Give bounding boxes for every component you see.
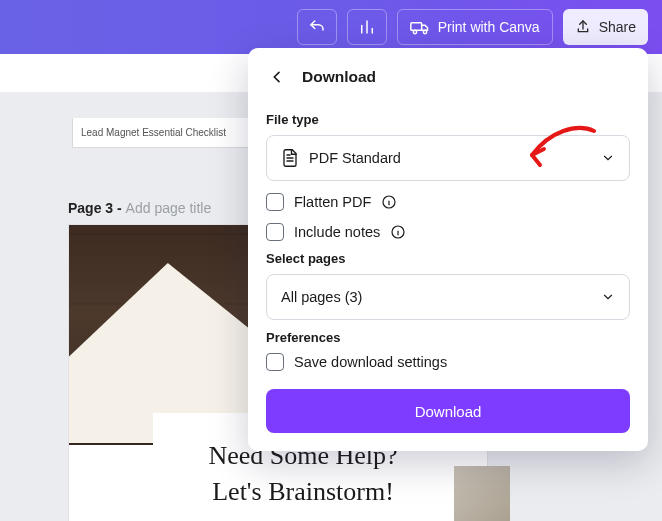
headline-line-2[interactable]: Let's Brainstorm! [173,477,433,507]
file-type-label: File type [266,112,630,127]
print-label: Print with Canva [438,19,540,35]
panel-title: Download [302,68,376,86]
preferences-label: Preferences [266,330,630,345]
chevron-down-icon [601,151,615,165]
adjacent-image-peek [454,466,510,521]
back-button[interactable] [266,66,288,88]
page-title-hint[interactable]: Add page title [126,200,212,216]
undo-button[interactable] [297,9,337,45]
download-button[interactable]: Download [266,389,630,433]
flatten-pdf-label: Flatten PDF [294,194,371,210]
share-button[interactable]: Share [563,9,648,45]
info-icon[interactable] [381,194,397,210]
svg-point-1 [413,30,416,33]
info-icon[interactable] [390,224,406,240]
save-download-settings-label: Save download settings [294,354,447,370]
upload-icon [575,19,591,35]
chevron-left-icon [269,69,285,85]
select-pages-value: All pages (3) [281,289,362,305]
share-label: Share [599,19,636,35]
select-pages-dropdown[interactable]: All pages (3) [266,274,630,320]
bar-chart-icon [358,18,376,36]
chevron-down-icon [601,290,615,304]
file-type-select[interactable]: PDF Standard [266,135,630,181]
download-panel: Download File type PDF Standard Flatten … [248,48,648,451]
save-download-settings-checkbox[interactable] [266,353,284,371]
file-type-value: PDF Standard [309,150,401,166]
chart-button[interactable] [347,9,387,45]
svg-point-2 [423,30,426,33]
svg-rect-0 [411,23,422,30]
top-toolbar: Print with Canva Share [0,0,662,54]
include-notes-checkbox[interactable] [266,223,284,241]
select-pages-label: Select pages [266,251,630,266]
flatten-pdf-checkbox[interactable] [266,193,284,211]
page-number-label[interactable]: Page 3 - Add page title [68,200,211,216]
truck-icon [410,19,430,35]
print-with-canva-button[interactable]: Print with Canva [397,9,553,45]
document-icon [281,148,299,168]
include-notes-label: Include notes [294,224,380,240]
undo-icon [308,18,326,36]
